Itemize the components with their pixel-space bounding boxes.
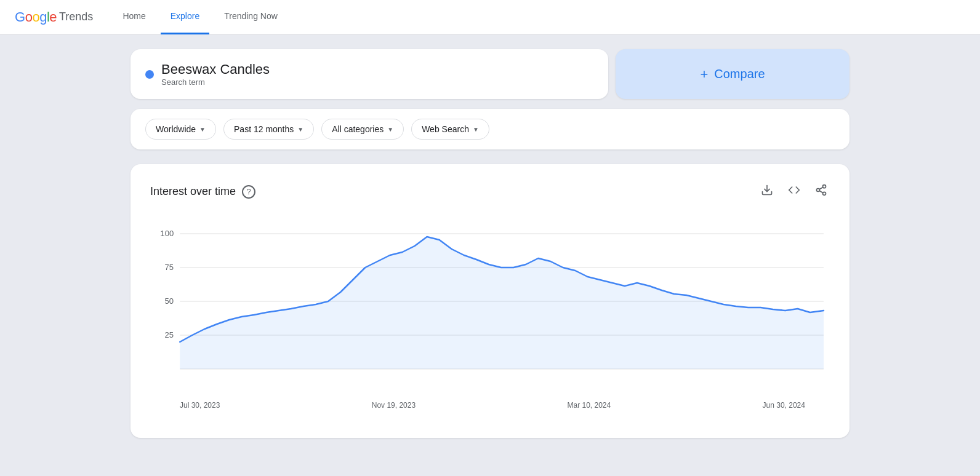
period-filter-label: Past 12 months	[234, 124, 294, 134]
location-filter[interactable]: Worldwide ▼	[145, 119, 216, 140]
search-dot	[145, 70, 154, 79]
search-term-type: Search term	[161, 77, 270, 87]
category-chevron-icon: ▼	[387, 126, 393, 133]
x-label-jul: Jul 30, 2023	[180, 401, 220, 410]
chart-svg: 100 75 50 25	[150, 221, 830, 394]
compare-plus-icon: +	[700, 66, 708, 82]
compare-label: Compare	[714, 67, 765, 81]
location-filter-label: Worldwide	[156, 124, 196, 134]
logo-google-text: Google	[15, 9, 57, 25]
search-term-info: Beeswax Candles Search term	[161, 61, 270, 87]
trend-area	[180, 237, 824, 369]
y-label-100: 100	[160, 229, 174, 238]
search-area: Beeswax Candles Search term + Compare	[131, 49, 849, 99]
y-label-50: 50	[165, 296, 174, 306]
period-chevron-icon: ▼	[297, 126, 303, 133]
logo-trends-text: Trends	[59, 10, 93, 23]
compare-card[interactable]: + Compare	[616, 49, 849, 99]
logo: Google Trends	[15, 9, 93, 25]
svg-line-5	[819, 187, 823, 189]
share-button[interactable]	[813, 181, 830, 202]
share-icon	[815, 184, 827, 196]
help-icon[interactable]: ?	[242, 185, 255, 199]
embed-button[interactable]	[785, 181, 803, 202]
chart-actions	[758, 181, 830, 202]
svg-line-4	[819, 191, 823, 192]
nav-explore[interactable]: Explore	[161, 0, 209, 34]
x-label-nov: Nov 19, 2023	[372, 401, 416, 410]
category-filter-label: All categories	[332, 124, 384, 134]
period-filter[interactable]: Past 12 months ▼	[223, 119, 314, 140]
chart-title: Interest over time	[150, 185, 236, 198]
search-type-filter-label: Web Search	[422, 124, 469, 134]
nav-trending-now[interactable]: Trending Now	[214, 0, 287, 34]
y-label-75: 75	[165, 263, 174, 272]
chart-header: Interest over time ?	[150, 181, 830, 202]
x-label-mar: Mar 10, 2024	[568, 401, 611, 410]
y-label-25: 25	[165, 330, 174, 339]
x-labels: Jul 30, 2023 Nov 19, 2023 Mar 10, 2024 J…	[150, 401, 830, 410]
x-label-jun: Jun 30, 2024	[763, 401, 805, 410]
app-header: Google Trends Home Explore Trending Now	[0, 0, 980, 34]
main-content: Beeswax Candles Search term + Compare Wo…	[121, 34, 859, 453]
search-type-filter[interactable]: Web Search ▼	[411, 119, 489, 140]
main-nav: Home Explore Trending Now	[113, 0, 287, 34]
search-card: Beeswax Candles Search term	[131, 49, 608, 99]
download-button[interactable]	[758, 181, 776, 202]
chart-title-area: Interest over time ?	[150, 185, 255, 199]
download-icon	[761, 184, 773, 196]
embed-icon	[788, 184, 800, 196]
category-filter[interactable]: All categories ▼	[321, 119, 404, 140]
location-chevron-icon: ▼	[199, 126, 206, 133]
chart-area: 100 75 50 25 Jul 30, 2023 Nov 19, 2023 M…	[150, 221, 830, 418]
chart-card: Interest over time ?	[131, 164, 849, 438]
filters-bar: Worldwide ▼ Past 12 months ▼ All categor…	[131, 109, 849, 149]
nav-home[interactable]: Home	[113, 0, 155, 34]
search-term: Beeswax Candles	[161, 61, 270, 77]
search-type-chevron-icon: ▼	[473, 126, 479, 133]
